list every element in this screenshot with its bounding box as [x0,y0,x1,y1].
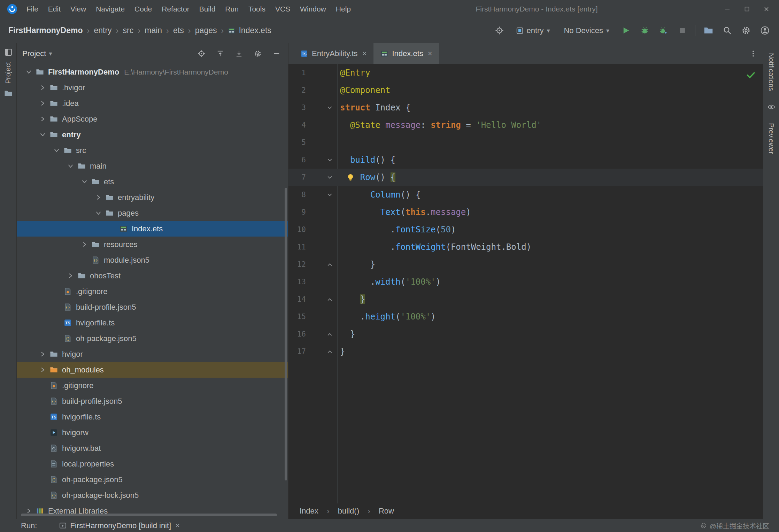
tree-item[interactable]: .idea [17,95,288,111]
attach-debugger-button[interactable] [657,25,669,37]
expand-all-icon[interactable] [214,48,226,60]
breadcrumb-item[interactable]: ets [173,26,184,35]
intention-bulb-icon[interactable] [346,172,355,182]
chevron-expanded-icon[interactable] [79,176,90,187]
folder-icon[interactable] [4,89,13,98]
project-structure-button[interactable] [702,25,714,37]
menu-item-window[interactable]: Window [295,0,331,18]
fold-start-icon[interactable] [306,186,337,203]
menu-item-view[interactable]: View [65,0,91,18]
run-button[interactable] [620,25,632,37]
tree-item[interactable]: local.properties [17,456,288,472]
code-line[interactable]: 9 Text(this.message) [288,203,763,221]
hide-panel-icon[interactable] [271,48,283,60]
breadcrumb-item[interactable]: src [123,26,134,35]
menu-item-tools[interactable]: Tools [244,0,270,18]
editor-breadcrumb-item[interactable]: Row [376,507,397,516]
code-line[interactable]: 8 Column() { [288,186,763,203]
tab-close-icon[interactable]: × [362,49,367,58]
tree-item[interactable]: main [17,158,288,174]
inspection-check-icon[interactable] [746,70,756,80]
run-tab-close-icon[interactable]: × [175,521,180,530]
code-line[interactable]: 1@Entry [288,64,763,82]
tree-item[interactable]: pages [17,205,288,221]
project-tool-icon[interactable] [4,48,13,56]
chevron-collapsed-icon[interactable] [37,114,48,125]
editor-tab-entryability-ts[interactable]: TSEntryAbility.ts× [293,43,373,64]
run-config-tab[interactable]: FirstHarmonyDemo [build init] × [59,521,180,530]
code-line[interactable]: 2@Component [288,82,763,99]
chevron-expanded-icon[interactable] [65,161,76,172]
tree-item[interactable]: External Libraries [17,503,288,519]
editor-tab-index-ets[interactable]: Index.ets× [373,43,439,64]
tree-item[interactable]: oh_modules [17,362,288,378]
tree-item[interactable]: {}build-profile.json5 [17,393,288,409]
tree-item[interactable]: AppScope [17,111,288,127]
tree-item[interactable]: Index.ets [17,221,288,237]
target-icon[interactable] [494,25,506,37]
code-line[interactable]: 3struct Index { [288,99,763,116]
maximize-button[interactable] [737,0,757,18]
fold-start-icon[interactable] [306,99,337,116]
tree-item[interactable]: entry [17,127,288,142]
device-selector[interactable]: No Devices ▾ [560,24,613,38]
code-line[interactable]: 16 } [288,325,763,343]
menu-item-navigate[interactable]: Navigate [91,0,130,18]
editor-breadcrumb-item[interactable]: build() [335,507,362,516]
tree-item[interactable]: src [17,142,288,158]
code-line[interactable]: 4 @State message: string = 'Hello World' [288,116,763,134]
menu-item-edit[interactable]: Edit [43,0,65,18]
code-line[interactable]: 11 .fontWeight(FontWeight.Bold) [288,238,763,256]
code-editor[interactable]: 1@Entry2@Component3struct Index {4 @Stat… [288,64,763,503]
tree-item[interactable]: {}oh-package-lock.json5 [17,487,288,503]
fold-start-icon[interactable] [306,169,337,186]
settings-gear-icon[interactable] [740,25,752,37]
locate-file-icon[interactable] [195,48,207,60]
code-line[interactable]: 6 build() { [288,151,763,169]
menu-item-vcs[interactable]: VCS [270,0,295,18]
chevron-collapsed-icon[interactable] [79,239,90,250]
menu-item-refactor[interactable]: Refactor [157,0,194,18]
chevron-collapsed-icon[interactable] [65,270,76,282]
breadcrumb-item[interactable]: entry [94,26,111,35]
code-line[interactable]: 17} [288,343,763,360]
chevron-collapsed-icon[interactable] [37,349,48,360]
tab-close-icon[interactable]: × [428,49,432,58]
chevron-collapsed-icon[interactable] [37,98,48,109]
code-line[interactable]: 10 .fontSize(50) [288,221,763,238]
chevron-expanded-icon[interactable] [23,67,34,78]
code-line[interactable]: 14 } [288,291,763,308]
collapse-all-icon[interactable] [233,48,245,60]
tree-item[interactable]: FirstHarmonyDemoE:\Harmony\FirstHarmonyD… [17,64,288,80]
menu-item-build[interactable]: Build [194,0,221,18]
tree-horizontal-scrollbar[interactable] [21,514,277,516]
tree-item[interactable]: {}oh-package.json5 [17,472,288,487]
editor-breadcrumb-item[interactable]: Index [297,507,321,516]
menu-item-run[interactable]: Run [220,0,244,18]
breadcrumb-item[interactable]: main [145,26,162,35]
previewer-eye-icon[interactable] [767,103,776,111]
tree-item[interactable]: .gitignore [17,378,288,393]
tree-item[interactable]: TShvigorfile.ts [17,409,288,425]
tree-item[interactable]: .gitignore [17,284,288,299]
code-line[interactable]: 5 [288,134,763,151]
previewer-strip-label[interactable]: Previewer [767,123,775,154]
tree-item[interactable]: resources [17,237,288,252]
notifications-strip-label[interactable]: Notifications [767,53,775,91]
search-button[interactable] [721,25,733,37]
tree-item[interactable]: {}oh-package.json5 [17,331,288,346]
project-panel-title[interactable]: Project ▾ [22,49,52,58]
fold-end-icon[interactable] [306,256,337,273]
tree-item[interactable]: entryability [17,190,288,205]
chevron-expanded-icon[interactable] [93,208,104,219]
tree-item[interactable]: .hvigor [17,80,288,95]
chevron-collapsed-icon[interactable] [93,192,104,203]
tree-item[interactable]: hvigor [17,346,288,362]
tree-item[interactable]: ets [17,174,288,190]
tree-item[interactable]: {}module.json5 [17,252,288,268]
chevron-collapsed-icon[interactable] [37,364,48,376]
fold-start-icon[interactable] [306,151,337,169]
module-selector[interactable]: entry ▾ [512,24,554,38]
chevron-expanded-icon[interactable] [37,129,48,140]
fold-end-icon[interactable] [306,325,337,343]
